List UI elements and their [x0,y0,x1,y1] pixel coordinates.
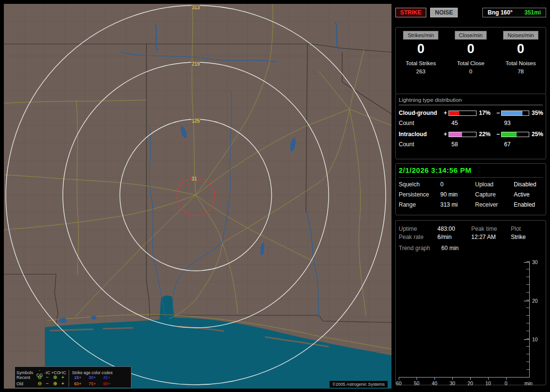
total-strikes-value: 263 [416,69,425,74]
upload-status: Disabled [514,181,543,188]
x-tick-label-30: 30 [448,380,457,386]
minus-sign: − [495,131,501,138]
ring-label-31: 31 [191,176,197,182]
ic-positive-count: 58 [449,141,477,148]
legend-age-title: Strike age color codes [71,370,114,375]
x-axis-unit: min [524,380,533,386]
pos-cg-old-symbol: ⊕ [51,381,59,386]
plus-sign: + [442,110,449,116]
ic-negative-percent: 25% [529,131,548,138]
peak-time-label: Peak time [471,225,511,232]
age-code-45: 45+ [100,375,114,380]
plot-value: Strike [511,234,543,240]
stats-and-trend: Uptime 483:00 Peak time Plot Peak rate 6… [395,220,546,385]
map-canvas: 313 219 125 31 [4,4,391,389]
capture-label: Capture [475,191,514,198]
peak-time-value: 12:27 AM [471,234,511,240]
persistence-label: Persistence [399,191,440,198]
x-tick [506,378,507,380]
strikes-counter: Strikes/min 0 Total Strikes 263 [396,31,446,94]
cg-positive-percent: 17% [477,110,495,116]
cg-negative-bar [501,111,529,116]
upload-label: Upload [475,181,514,188]
ring-label-219: 219 [192,61,200,67]
x-tick-label-60: 60 [394,380,404,386]
cg-positive-bar [449,111,477,116]
x-tick-label-0: 0 [501,380,511,386]
x-tick [434,378,435,380]
current-datetime: 2/1/2026 3:14:56 PM [399,166,543,178]
strikes-per-min-value: 0 [417,42,424,56]
ic-positive-bar [449,132,477,137]
pos-ic-recent-symbol: + [59,375,67,380]
peak-rate-row: Peak rate 6/min 12:27 AM Strike [399,234,543,240]
ic-negative-count: 67 [501,141,529,148]
cloud-ground-row: Cloud-ground + 17% − 35% [399,110,543,116]
noise-mode-button[interactable]: NOISE [430,8,458,17]
range-value: 313 mi [440,201,475,208]
cg-negative-percent: 35% [529,110,548,116]
squelch-label: Squelch [399,181,440,188]
y-axis-tick-30 [524,262,529,263]
strike-mode-button[interactable]: STRIKE [395,8,426,17]
trend-graph-row: Trend graph 60 min [399,245,543,252]
total-noises-value: 78 [518,69,524,74]
strike-map[interactable]: 313 219 125 31 Symbols -CG -IC +CG +IC S… [4,4,391,389]
total-noises-label: Total Noises [506,60,536,66]
ic-negative-bar-fill [502,132,517,137]
count-label: Count [399,120,442,126]
y-axis [529,261,530,378]
cloud-ground-count-row: Count 45 93 [399,120,543,126]
minus-sign: − [495,110,501,116]
receiver-label: Receiver [475,201,514,208]
pos-cg-recent-symbol: ⊕ [51,375,59,380]
legend-recent-row: Recent ⊖ − ⊕ + 15+ 30+ 45+ [16,374,130,380]
mode-bar: STRIKE NOISE Bng 160° 351mi [395,6,546,19]
uptime-row: Uptime 483:00 Peak time Plot [399,225,543,232]
cloud-ground-label: Cloud-ground [399,110,442,116]
neg-cg-old-symbol: ⊖ [36,381,43,386]
x-axis [399,377,530,378]
copyright-notice: ©2005 Astrogenic Systems [330,381,388,388]
close-per-min-value: 0 [467,42,474,56]
noises-per-min-button[interactable]: Noises/min [503,31,538,40]
cg-positive-bar-fill [449,111,459,115]
bearing-readout: Bng 160° 351mi [482,8,546,17]
x-tick-label-40: 40 [430,380,439,386]
noises-counter: Noises/min 0 Total Noises 78 [496,31,546,94]
legend-recent-label: Recent [16,375,36,380]
trend-graph: 30 20 10 60 50 40 30 20 10 0 min [398,261,546,386]
count-label: Count [399,141,442,148]
close-per-min-button[interactable]: Close/min [455,31,487,40]
y-axis-tick-20 [524,301,529,301]
legend-separator [69,375,69,380]
legend-header-row: Symbols -CG -IC +CG +IC Strike age color… [16,368,130,374]
receiver-status-value: Enabled [514,201,543,208]
cg-positive-count: 45 [449,120,477,126]
cg-negative-bar-fill [502,111,522,115]
intracloud-row: Intracloud + 22% − 25% [399,131,543,138]
x-tick-label-20: 20 [465,380,475,386]
rate-counters: Strikes/min 0 Total Strikes 263 Close/mi… [395,27,546,94]
bearing-value: Bng 160° [488,9,512,16]
control-panel: STRIKE NOISE Bng 160° 351mi Strikes/min … [394,0,548,392]
plot-label: Plot [511,225,543,232]
trend-graph-label: Trend graph [399,245,441,252]
intracloud-count-row: Count 58 67 [399,141,543,148]
x-tick-label-10: 10 [483,380,493,386]
age-code-30: 30+ [85,375,100,380]
capture-status: Active [514,191,543,198]
legend-separator [69,381,69,387]
total-close-label: Total Close [457,60,485,66]
map-legend: Symbols -CG -IC +CG +IC Strike age color… [14,366,131,388]
intracloud-label: Intracloud [399,131,442,138]
trend-graph-interval: 60 min [441,245,543,252]
noises-per-min-value: 0 [517,42,524,56]
close-counter: Close/min 0 Total Close 0 [446,31,495,94]
persistence-row: Persistence 90 min Capture Active [399,191,543,198]
pos-ic-old-symbol: + [59,381,67,386]
strikes-per-min-button[interactable]: Strikes/min [403,31,438,40]
persistence-value: 90 min [440,191,475,198]
ring-label-313: 313 [192,5,200,10]
distribution-title: Lightning type distribution [399,97,543,105]
